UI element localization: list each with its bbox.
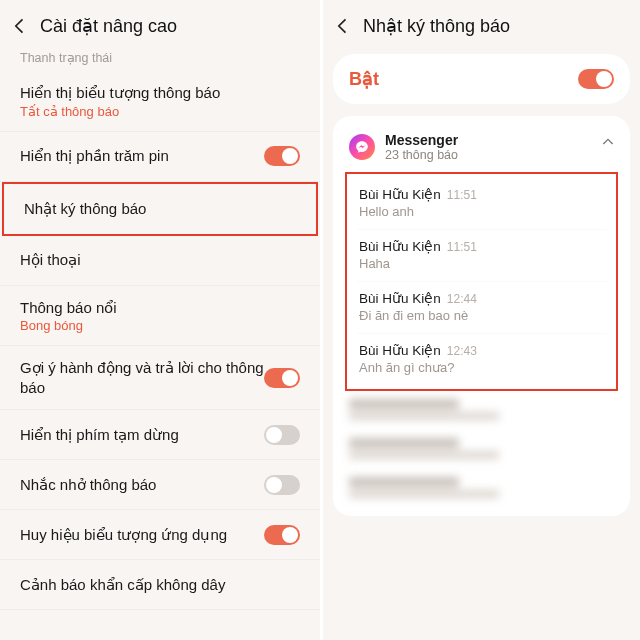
notification-sender-line: Bùi Hữu Kiện12:44 xyxy=(359,290,604,306)
back-icon[interactable] xyxy=(8,14,32,38)
app-name: Messenger xyxy=(385,132,458,148)
master-toggle[interactable] xyxy=(578,69,614,89)
page-title: Nhật ký thông báo xyxy=(363,15,510,37)
notification-item[interactable]: Bùi Hữu Kiện12:43Anh ăn gì chưa? xyxy=(357,334,606,385)
row-title: Nhật ký thông báo xyxy=(24,199,296,219)
notification-body: Hello anh xyxy=(359,204,604,219)
on-label: Bật xyxy=(349,68,379,90)
row-title: Hội thoại xyxy=(20,250,300,270)
settings-list: Hiển thị biểu tượng thông báoTất cả thôn… xyxy=(0,71,320,610)
settings-row[interactable]: Hiển thị phần trăm pin xyxy=(0,132,320,182)
app-notification-card: Messenger 23 thông báo Bùi Hữu Kiện11:51… xyxy=(333,116,630,516)
settings-row[interactable]: Gợi ý hành động và trả lời cho thông báo xyxy=(0,346,320,410)
notification-log-screen: Nhật ký thông báo Bật Messenger 23 thông… xyxy=(320,0,640,640)
notification-body: Anh ăn gì chưa? xyxy=(359,360,604,375)
row-title: Hiển thị biểu tượng thông báo xyxy=(20,83,300,103)
row-title: Huy hiệu biểu tượng ứng dụng xyxy=(20,525,264,545)
notification-sender-line: Bùi Hữu Kiện11:51 xyxy=(359,238,604,254)
toggle[interactable] xyxy=(264,146,300,166)
settings-row[interactable]: Nhắc nhở thông báo xyxy=(0,460,320,510)
row-title: Hiển thị phím tạm dừng xyxy=(20,425,264,445)
back-icon[interactable] xyxy=(331,14,355,38)
section-label: Thanh trạng thái xyxy=(0,48,320,71)
settings-screen: Cài đặt nâng cao Thanh trạng thái Hiển t… xyxy=(0,0,320,640)
notification-sender-line: Bùi Hữu Kiện11:51 xyxy=(359,186,604,202)
header: Cài đặt nâng cao xyxy=(0,0,320,48)
messenger-icon xyxy=(349,134,375,160)
notification-item[interactable]: Bùi Hữu Kiện12:44Đi ăn đi em bao nè xyxy=(357,282,606,334)
notification-sender-line: Bùi Hữu Kiện12:43 xyxy=(359,342,604,358)
row-title: Nhắc nhở thông báo xyxy=(20,475,264,495)
blurred-notifications xyxy=(347,391,616,508)
app-header[interactable]: Messenger 23 thông báo xyxy=(347,128,616,172)
row-title: Hiển thị phần trăm pin xyxy=(20,146,264,166)
toggle[interactable] xyxy=(264,525,300,545)
notification-item[interactable]: Bùi Hữu Kiện11:51Hello anh xyxy=(357,178,606,230)
row-subtitle: Tất cả thông báo xyxy=(20,104,300,119)
settings-row[interactable]: Nhật ký thông báo xyxy=(4,184,316,234)
settings-row[interactable]: Hiển thị biểu tượng thông báoTất cả thôn… xyxy=(0,71,320,132)
toggle[interactable] xyxy=(264,475,300,495)
settings-row[interactable]: Huy hiệu biểu tượng ứng dụng xyxy=(0,510,320,560)
app-meta: Messenger 23 thông báo xyxy=(385,132,458,162)
app-count: 23 thông báo xyxy=(385,148,458,162)
header: Nhật ký thông báo xyxy=(323,0,640,48)
settings-row[interactable]: Hiển thị phím tạm dừng xyxy=(0,410,320,460)
row-subtitle: Bong bóng xyxy=(20,318,300,333)
row-title: Thông báo nổi xyxy=(20,298,300,318)
settings-row[interactable]: Hội thoại xyxy=(0,236,320,286)
page-title: Cài đặt nâng cao xyxy=(40,15,177,37)
toggle[interactable] xyxy=(264,368,300,388)
master-toggle-row[interactable]: Bật xyxy=(333,54,630,104)
highlighted-row: Nhật ký thông báo xyxy=(2,182,318,236)
notification-body: Đi ăn đi em bao nè xyxy=(359,308,604,323)
row-title: Gợi ý hành động và trả lời cho thông báo xyxy=(20,358,264,397)
chevron-up-icon[interactable] xyxy=(600,134,616,154)
row-title: Cảnh báo khẩn cấp không dây xyxy=(20,575,300,595)
toggle[interactable] xyxy=(264,425,300,445)
notification-highlight-box: Bùi Hữu Kiện11:51Hello anhBùi Hữu Kiện11… xyxy=(345,172,618,391)
notification-body: Haha xyxy=(359,256,604,271)
notification-item[interactable]: Bùi Hữu Kiện11:51Haha xyxy=(357,230,606,282)
settings-row[interactable]: Cảnh báo khẩn cấp không dây xyxy=(0,560,320,610)
settings-row[interactable]: Thông báo nổiBong bóng xyxy=(0,286,320,347)
